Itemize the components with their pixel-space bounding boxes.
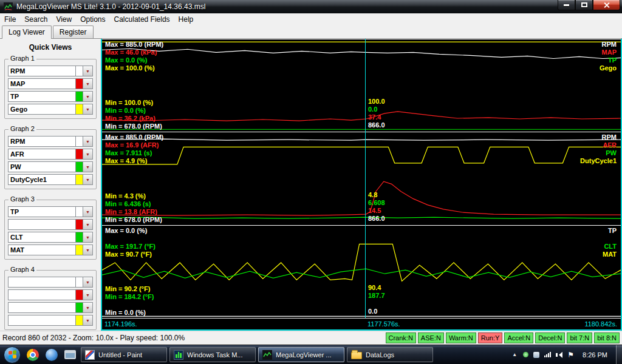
dropdown-arrow-icon[interactable]: ▼ [83,136,92,146]
dropdown-arrow-icon[interactable]: ▼ [83,315,92,325]
min-label: Min = 4.3 (%) [105,192,162,200]
quicklaunch-icon-3[interactable] [63,347,78,362]
dropdown-arrow-icon[interactable]: ▼ [83,149,92,159]
tab-register[interactable]: Register [53,25,94,38]
network-icon[interactable] [544,352,551,357]
dropdown-arrow-icon[interactable]: ▼ [83,104,92,114]
flag-ase: ASE:N [418,332,444,343]
graph-panel-2[interactable]: Max = 885.0 (RPM) Max = 16.9 (AFR) Max =… [102,132,621,224]
channel-selector-g1-map[interactable]: MAP ▼ [8,78,93,89]
graph-panel-1[interactable]: Max = 885.0 (RPM) Max = 46.0 (kPa) Max =… [102,39,621,132]
channel-selector-g4-2[interactable]: ▼ [8,289,93,300]
channel-color-swatch [75,232,83,242]
max-label [105,235,156,243]
dropdown-arrow-icon[interactable]: ▼ [83,79,92,89]
tab-log-viewer[interactable]: Log Viewer [2,25,52,39]
channel-selector-g4-1[interactable]: ▼ [8,277,93,288]
graph-2-traces [102,132,621,224]
channel-label: CLT [9,232,75,242]
tray-icon-app[interactable] [533,352,539,358]
taskbar-button-megalogviewer[interactable]: MegaLogViewer ... [258,347,344,362]
group-title: Graph 2 [9,125,36,132]
quicklaunch-icon-2[interactable] [44,347,59,362]
cursor-value: 0.0 [368,308,385,315]
menu-search[interactable]: Search [20,14,52,25]
playback-cursor[interactable] [365,39,366,318]
trace-rpm [102,139,621,140]
dropdown-arrow-icon[interactable]: ▼ [83,245,92,255]
menu-file[interactable]: File [0,14,20,25]
status-flags: Crank:N ASE:N Warm:N Run:Y Accel:N Decel… [386,332,620,343]
dropdown-arrow-icon[interactable]: ▼ [83,92,92,101]
dropdown-arrow-icon[interactable]: ▼ [83,220,92,229]
group-title: Graph 1 [9,55,36,62]
graph-3-group: Graph 3 TP ▼ ▼ CLT ▼ MAT [4,200,97,260]
channel-selector-g3-empty[interactable]: ▼ [8,219,93,230]
min-labels: Min = 100.0 (%) Min = 0.0 (%) Min = 36.2… [105,99,162,130]
dropdown-arrow-icon[interactable]: ▼ [83,303,92,312]
menu-calculated-fields[interactable]: Calculated Fields [110,14,174,25]
dropdown-arrow-icon[interactable]: ▼ [83,277,92,287]
dropdown-arrow-icon[interactable]: ▼ [83,175,92,184]
max-label: Max = 191.7 (°F) [105,243,156,251]
channel-color-swatch [75,104,83,114]
graph-panel-3[interactable]: Max = 0.0 (%) Max = 191.7 (°F) Max = 90.… [102,225,621,318]
cursor-value: 6.608 [368,199,385,207]
channel-selector-g4-4[interactable]: ▼ [8,315,93,326]
channel-selector-g2-rpm[interactable]: RPM ▼ [8,136,93,147]
channel-selector-g2-pw[interactable]: PW ▼ [8,161,93,172]
channel-selector-g1-rpm[interactable]: RPM ▼ [8,66,93,76]
max-label: Max = 100.0 (%) [105,64,163,72]
max-labels: Max = 885.0 (RPM) Max = 46.0 (kPa) Max =… [105,41,163,72]
channel-selector-g3-tp[interactable]: TP ▼ [8,206,93,217]
menu-help[interactable]: Help [174,14,198,25]
taskbar-clock[interactable]: 8:26 PM [579,351,611,359]
max-labels: Max = 0.0 (%) Max = 191.7 (°F) Max = 90.… [105,227,156,258]
flag-bit8: bit 8:N [594,332,620,343]
menubar: File Search View Options Calculated Fiel… [0,13,622,25]
menu-view[interactable]: View [52,14,76,25]
channel-color-swatch [75,245,83,255]
channel-label: MAP [9,79,75,89]
min-label: Min = 90.2 (°F) [105,285,154,293]
channel-label: RPM [9,136,75,146]
chart-area[interactable]: Max = 885.0 (RPM) Max = 46.0 (kPa) Max =… [101,39,622,331]
taskbar-button-datalogs[interactable]: DataLogs [347,347,433,362]
channel-selector-g1-tp[interactable]: TP ▼ [8,91,93,102]
start-button[interactable] [4,346,21,363]
titlebar[interactable]: MegaLogViewer MS Lite! 3.1.0 - 2012-09-0… [0,0,622,13]
dropdown-arrow-icon[interactable]: ▼ [83,66,92,76]
channel-selector-g1-gego[interactable]: Gego ▼ [8,104,93,115]
channel-label: MAT [9,245,75,255]
taskbar-button-task-manager[interactable]: Windows Task M... [169,347,256,362]
graph-1-traces [102,39,621,132]
volume-icon[interactable] [556,352,562,358]
min-label: Min = 6.436 (s) [105,200,162,208]
channel-selector-g2-afr[interactable]: AFR ▼ [8,149,93,160]
maximize-button[interactable] [575,0,593,10]
channel-selector-g3-mat[interactable]: MAT ▼ [8,244,93,255]
dropdown-arrow-icon[interactable]: ▼ [83,162,92,172]
time-label-end: 1180.842s. [584,320,617,328]
close-button[interactable] [593,0,620,10]
channel-selector-g4-3[interactable]: ▼ [8,302,93,313]
task-manager-icon [174,350,183,360]
quicklaunch-icon-1[interactable] [25,347,40,362]
dropdown-arrow-icon[interactable]: ▼ [83,232,92,242]
hidden-icons-chevron[interactable]: ▲ [511,351,518,359]
minimize-button[interactable] [558,0,575,10]
channel-selector-g2-dutycycle1[interactable]: DutyCycle1 ▼ [8,174,93,185]
dropdown-arrow-icon[interactable]: ▼ [83,290,92,300]
taskbar-button-label: MegaLogViewer ... [276,351,332,359]
channel-selector-g3-clt[interactable]: CLT ▼ [8,232,93,243]
action-center-flag-icon[interactable]: ⚑ [567,351,574,359]
app-icon [4,2,13,12]
min-label: Min = 100.0 (%) [105,99,162,107]
show-desktop-button[interactable] [616,345,622,364]
taskbar-button-paint[interactable]: Untitled - Paint [81,347,167,362]
dropdown-arrow-icon[interactable]: ▼ [83,207,92,217]
tray-icon-green[interactable] [523,352,528,357]
min-label: Min = 36.2 (kPa) [105,115,162,123]
menu-options[interactable]: Options [76,14,109,25]
min-label: Min = 678.0 (RPM) [105,216,162,224]
